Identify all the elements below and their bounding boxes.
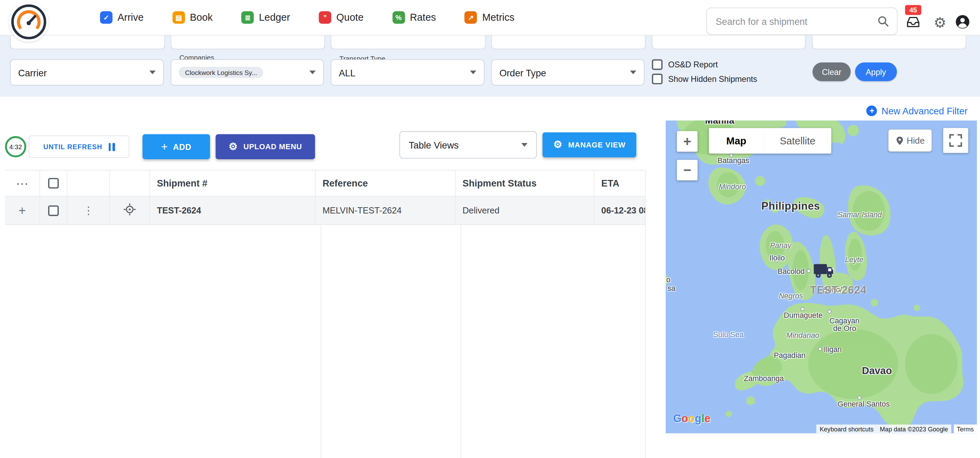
nav-label: Quote (336, 12, 364, 23)
arrive-icon: ✓ (100, 11, 112, 24)
ellipsis-icon: ⋯ (16, 176, 29, 191)
nav-item-arrive[interactable]: ✓ Arrive (100, 11, 143, 24)
refresh-timer: 4:32 (5, 136, 26, 157)
top-navbar: ✓ Arrive ▤ Book ≣ Ledger ” Quote % Rates… (0, 0, 980, 36)
show-hidden-checkbox[interactable] (652, 74, 663, 84)
shipment-search[interactable] (706, 8, 897, 35)
expand-plus-icon[interactable]: + (19, 203, 26, 218)
osd-report-checkbox[interactable] (652, 59, 663, 70)
company-logo[interactable] (9, 2, 49, 42)
table-row[interactable]: + ⋮ TEST-2624 MELVIN-TEST-2624 De (5, 197, 646, 225)
inbox-tray-icon[interactable] (905, 14, 921, 30)
crosshair-locate-icon[interactable] (123, 203, 136, 218)
settings-gear-icon[interactable]: ⚙ (931, 14, 949, 32)
header-select-cell (40, 170, 68, 196)
google-logo[interactable]: Google (673, 413, 711, 425)
kebab-menu-icon[interactable]: ⋮ (83, 204, 94, 217)
book-icon: ▤ (172, 11, 185, 24)
osd-report-label: OS&D Report (668, 60, 718, 70)
zoom-out-button[interactable]: − (677, 160, 698, 181)
cell-status: Delivered (456, 197, 595, 224)
terms-link[interactable]: Terms (954, 425, 977, 433)
nav-item-metrics[interactable]: ↗ Metrics (465, 11, 515, 24)
manage-view-button[interactable]: ⚙ MANAGE VIEW (542, 132, 636, 157)
row-actions-cell: ⋮ (67, 197, 110, 224)
order-type-label: Order Type (500, 67, 630, 78)
map-type-control: Map Satellite (709, 128, 831, 154)
carrier-label: Carrier (18, 67, 150, 78)
satellite-tab[interactable]: Satellite (764, 128, 831, 154)
chevron-down-icon (150, 70, 156, 74)
header-empty-cell (67, 170, 110, 196)
hide-label: Hide (907, 135, 925, 146)
map-tab[interactable]: Map (709, 128, 764, 154)
column-header-eta[interactable]: ETA (595, 170, 646, 196)
chevron-down-icon (521, 143, 527, 147)
column-header-reference[interactable]: Reference (316, 170, 456, 196)
new-advanced-filter-link[interactable]: + New Advanced Filter (867, 105, 967, 116)
row-checkbox[interactable] (48, 205, 59, 216)
companies-dropdown[interactable]: Clockwork Logistics Sy... (170, 59, 324, 86)
hide-map-button[interactable]: Hide (888, 129, 932, 152)
header-empty-cell (110, 170, 150, 196)
account-avatar-icon[interactable] (954, 13, 971, 31)
row-locate-cell (110, 197, 150, 224)
search-input[interactable] (714, 15, 877, 27)
select-all-checkbox[interactable] (48, 178, 59, 189)
manage-view-label: MANAGE VIEW (568, 141, 625, 149)
fullscreen-button[interactable] (943, 128, 968, 153)
metrics-icon: ↗ (465, 11, 477, 24)
filter-field-partial[interactable] (492, 35, 646, 49)
osd-report-option: OS&D Report (652, 59, 718, 70)
chevron-down-icon (470, 70, 476, 74)
row-select-cell (40, 197, 68, 224)
nav-label: Arrive (118, 12, 144, 23)
carrier-dropdown[interactable]: Carrier (10, 59, 164, 86)
until-refresh-button[interactable]: UNTIL REFRESH (29, 135, 129, 158)
filter-field-partial[interactable] (331, 35, 485, 49)
apply-button[interactable]: Apply (855, 62, 897, 81)
keyboard-shortcuts-link[interactable]: Keyboard shortcuts (816, 425, 877, 433)
rates-icon: % (393, 11, 405, 24)
map-data-text: Map data ©2023 Google (877, 425, 951, 433)
nav-item-ledger[interactable]: ≣ Ledger (241, 11, 290, 24)
upload-menu-label: UPLOAD MENU (243, 142, 302, 151)
plus-circle-icon: + (867, 105, 877, 116)
quote-icon: ” (319, 11, 331, 24)
pin-icon (895, 136, 903, 145)
upload-menu-button[interactable]: ⚙ UPLOAD MENU (216, 135, 315, 159)
fullscreen-icon (949, 134, 963, 147)
transport-type-dropdown[interactable]: ALL (331, 59, 484, 86)
table-views-label: Table Views (409, 139, 521, 150)
add-button[interactable]: + ADD (142, 135, 210, 159)
clear-button[interactable]: Clear (813, 62, 851, 81)
column-header-shipment[interactable]: Shipment # (150, 170, 316, 196)
add-label: ADD (173, 142, 191, 151)
transport-type-value: ALL (339, 67, 470, 78)
pause-icon (108, 143, 115, 151)
nav-item-book[interactable]: ▤ Book (172, 11, 213, 24)
search-icon[interactable] (877, 15, 889, 27)
nav-item-quote[interactable]: ” Quote (319, 11, 363, 24)
until-refresh-label: UNTIL REFRESH (43, 143, 102, 151)
cell-shipment-number: TEST-2624 (150, 197, 316, 224)
filter-field-partial[interactable] (170, 35, 325, 49)
notification-count-badge: 45 (905, 5, 921, 15)
header-menu-cell[interactable]: ⋯ (5, 170, 40, 196)
chevron-down-icon (310, 70, 316, 74)
filter-field-partial[interactable] (652, 35, 806, 49)
nav-label: Ledger (259, 12, 290, 23)
zoom-in-button[interactable]: + (677, 131, 698, 152)
filter-field-partial[interactable] (812, 35, 966, 49)
table-right-border (645, 170, 646, 458)
nav-item-rates[interactable]: % Rates (393, 11, 436, 24)
gear-icon: ⚙ (553, 140, 563, 150)
order-type-dropdown[interactable]: Order Type (492, 59, 644, 86)
shipment-marker-label: TEST-2624 (810, 284, 867, 296)
table-views-dropdown[interactable]: Table Views (399, 131, 537, 159)
cell-reference: MELVIN-TEST-2624 (316, 197, 456, 224)
advanced-filter-label: New Advanced Filter (881, 105, 967, 116)
nav-label: Metrics (482, 12, 514, 23)
shipment-marker-truck-icon[interactable] (813, 261, 835, 282)
column-header-status[interactable]: Shipment Status (456, 170, 595, 196)
